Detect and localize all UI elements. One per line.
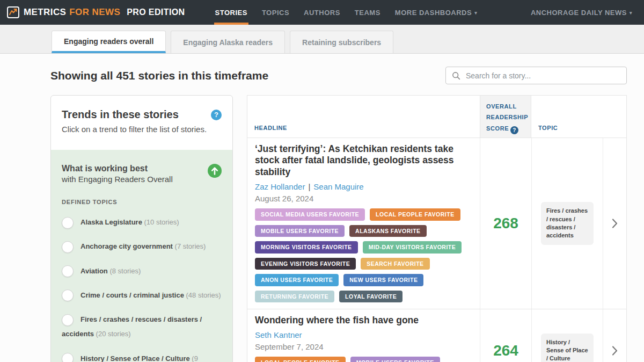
working-best-subheading: with Engaging Readers Overall: [62, 175, 173, 184]
score-help-icon[interactable]: ?: [510, 126, 518, 134]
topic-filter-history-sense-of-place-culture[interactable]: History / Sense of Place / Culture (9 st…: [62, 351, 222, 362]
defined-topics-label: DEFINED TOPICS: [62, 199, 222, 205]
search-icon: [452, 71, 460, 80]
topic-count: (10 stories): [144, 218, 179, 226]
story-cell: ‘Just terrifying’: As Ketchikan resident…: [247, 138, 480, 309]
topic-name: History / Sense of Place / Culture: [80, 354, 192, 362]
topic-cell: Fires / crashes / rescues / disasters / …: [531, 138, 603, 309]
story-date: September 7, 2024: [255, 342, 472, 351]
trend-up-icon: [208, 164, 222, 178]
page-content: Showing all 451 stories in this timefram…: [0, 67, 644, 362]
account-label: ANCHORAGE DAILY NEWS: [531, 9, 627, 17]
author-link[interactable]: Sean Maguire: [313, 182, 363, 191]
brand-edition: PRO EDITION: [127, 8, 185, 17]
tag-mobile-users-favorite: MOBILE USERS FAVORITE: [350, 357, 440, 362]
story-tags: LOCAL PEOPLE FAVORITEMOBILE USERS FAVORI…: [255, 357, 472, 362]
app-root: METRICS FOR NEWS PRO EDITION STORIESTOPI…: [0, 0, 644, 362]
caret-down-icon: ▾: [474, 10, 477, 16]
tag-social-media-users-favorite: SOCIAL MEDIA USERS FAVORITE: [255, 208, 365, 221]
tab-engaging-readers-overall[interactable]: Engaging readers overall: [52, 31, 166, 53]
topic-name: Fires / crashes / rescues / disasters / …: [62, 315, 202, 338]
story-tags: SOCIAL MEDIA USERS FAVORITELOCAL PEOPLE …: [255, 208, 472, 302]
primary-nav: STORIESTOPICSAUTHORSTEAMSMORE DASHBOARDS…: [215, 0, 478, 25]
trends-subtitle: Click on a trend to filter the list of s…: [62, 125, 222, 134]
defined-topics-list: Alaska Legislature (10 stories)Anchorage…: [62, 215, 222, 362]
trends-title: Trends in these stories: [62, 108, 179, 121]
tag-search-favorite: SEARCH FAVORITE: [361, 258, 429, 270]
readership-score: 268: [493, 215, 518, 232]
column-header-actions: [603, 96, 626, 137]
topic-filter-fires-crashes-rescues-disasters-accidents[interactable]: Fires / crashes / rescues / disasters / …: [62, 312, 222, 342]
dashboard-tabs: Engaging readers overallEngaging Alaska …: [0, 25, 644, 54]
nav-item-topics[interactable]: TOPICS: [262, 0, 289, 25]
tab-engaging-alaska-readers[interactable]: Engaging Alaska readers: [171, 31, 285, 53]
tag-evening-visitors-favorite: EVENING VISITORS FAVORITE: [255, 258, 356, 270]
tag-morning-visitors-favorite: MORNING VISITORS FAVORITE: [255, 241, 358, 254]
score-cell: 264: [480, 309, 531, 362]
topic-filter-aviation[interactable]: Aviation (8 stories): [62, 264, 222, 278]
heading-row: Showing all 451 stories in this timefram…: [50, 67, 627, 84]
topic-count: (20 stories): [96, 330, 131, 338]
topic-filter-alaska-legislature[interactable]: Alaska Legislature (10 stories): [62, 215, 222, 229]
chevron-right-icon[interactable]: [612, 218, 618, 229]
topic-radio[interactable]: [62, 353, 74, 362]
chevron-right-icon[interactable]: [612, 345, 618, 356]
author-separator: |: [308, 182, 310, 191]
tag-mid-day-visitors-favorite: MID-DAY VISITORS FAVORITE: [363, 241, 462, 254]
metrics-logo-icon: [6, 5, 20, 19]
nav-item-stories[interactable]: STORIES: [215, 0, 247, 25]
score-header-label: OVERALL READERSHIP SCORE: [486, 103, 528, 132]
stories-table: HEADLINE OVERALL READERSHIP SCORE? TOPIC…: [247, 95, 627, 362]
trends-header: Trends in these stories ? Click on a tre…: [51, 96, 232, 150]
story-search[interactable]: [445, 67, 627, 84]
story-authors: Seth Kantner: [255, 330, 472, 339]
working-best-text: What is working best with Engaging Reade…: [62, 164, 173, 184]
topic-radio[interactable]: [62, 314, 74, 326]
story-cell: Wondering where the fish have goneSeth K…: [247, 309, 480, 362]
nav-item-teams[interactable]: TEAMS: [355, 0, 380, 25]
account-menu[interactable]: ANCHORAGE DAILY NEWS ▾: [531, 9, 632, 17]
topic-radio[interactable]: [62, 265, 74, 277]
table-header: HEADLINE OVERALL READERSHIP SCORE? TOPIC: [247, 96, 626, 138]
top-navbar: METRICS FOR NEWS PRO EDITION STORIESTOPI…: [0, 0, 644, 25]
score-cell: 268: [480, 138, 531, 309]
story-date: August 26, 2024: [255, 194, 472, 203]
tag-mobile-users-favorite: MOBILE USERS FAVORITE: [255, 225, 345, 237]
tag-returning-favorite: RETURNING FAVORITE: [255, 291, 334, 303]
story-authors: Zaz Hollander|Sean Maguire: [255, 182, 472, 191]
topic-radio[interactable]: [62, 289, 74, 301]
brand-metrics: METRICS: [24, 7, 66, 18]
topic-radio[interactable]: [62, 217, 74, 229]
nav-item-more-dashboards[interactable]: MORE DASHBOARDS▾: [395, 0, 477, 25]
chevron-cell: [603, 309, 626, 362]
story-row[interactable]: ‘Just terrifying’: As Ketchikan resident…: [247, 138, 626, 309]
story-row[interactable]: Wondering where the fish have goneSeth K…: [247, 309, 626, 362]
author-link[interactable]: Seth Kantner: [255, 330, 302, 339]
topic-filter-anchorage-city-government[interactable]: Anchorage city government (7 stories): [62, 239, 222, 254]
topic-chip: History / Sense of Place / Culture: [541, 334, 594, 362]
topic-name: Alaska Legislature: [80, 218, 144, 226]
main-row: Trends in these stories ? Click on a tre…: [50, 95, 627, 362]
tag-loyal-favorite: LOYAL FAVORITE: [339, 291, 402, 303]
topic-radio[interactable]: [62, 241, 74, 253]
author-link[interactable]: Zaz Hollander: [255, 182, 305, 191]
tab-retaining-subscribers[interactable]: Retaining subscribers: [290, 31, 393, 53]
topic-chip: Fires / crashes / rescues / disasters / …: [541, 202, 594, 245]
topic-count: (8 stories): [109, 267, 141, 275]
nav-item-authors[interactable]: AUTHORS: [304, 0, 340, 25]
search-input[interactable]: [465, 71, 620, 81]
trends-panel: Trends in these stories ? Click on a tre…: [50, 95, 233, 362]
topic-filter-crime-courts-criminal-justice[interactable]: Crime / courts / criminal justice (48 st…: [62, 288, 222, 302]
column-header-headline: HEADLINE: [247, 96, 480, 137]
caret-down-icon: ▾: [630, 10, 632, 16]
readership-score: 264: [493, 342, 518, 359]
page-title: Showing all 451 stories in this timefram…: [50, 69, 268, 82]
tag-alaskans-favorite: ALASKANS FAVORITE: [349, 225, 426, 237]
column-header-topic: TOPIC: [531, 96, 603, 137]
brand-for-news: FOR NEWS: [69, 7, 120, 18]
brand[interactable]: METRICS FOR NEWS PRO EDITION: [6, 5, 185, 19]
trends-help-icon[interactable]: ?: [211, 110, 222, 120]
tag-local-people-favorite: LOCAL PEOPLE FAVORITE: [255, 357, 346, 362]
topic-name: Anchorage city government: [80, 242, 175, 250]
topic-count: (48 stories): [186, 291, 221, 299]
